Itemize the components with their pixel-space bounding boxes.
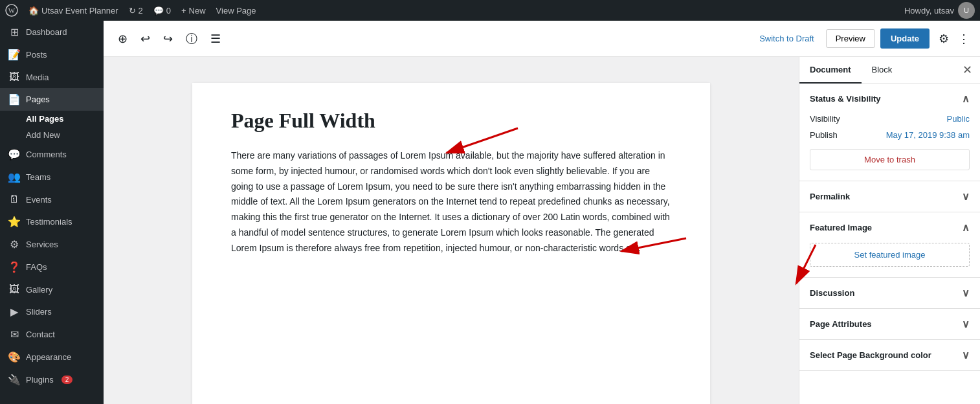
sidebar-item-plugins[interactable]: 🔌 Plugins 2 [0, 368, 104, 391]
publish-row: Publish May 17, 2019 9:38 am [810, 130, 970, 140]
page-attributes-header[interactable]: Page Attributes ∨ [799, 309, 980, 339]
sidebar-item-posts[interactable]: 📝 Posts [0, 43, 104, 66]
pages-icon: 📄 [8, 93, 21, 106]
bg-color-section: Select Page Background color ∨ [799, 340, 980, 371]
visibility-row: Visibility Public [810, 114, 970, 124]
discussion-section: Discussion ∨ [799, 278, 980, 309]
sidebar-sub-add-new[interactable]: Add New [0, 127, 104, 143]
site-name[interactable]: 🏠 Utsav Event Planner [28, 6, 118, 16]
status-visibility-header[interactable]: Status & Visibility ∧ [799, 84, 980, 114]
sidebar-item-comments[interactable]: 💬 Comments [0, 143, 104, 166]
move-to-trash-button[interactable]: Move to trash [810, 149, 970, 170]
plugins-icon: 🔌 [8, 374, 21, 386]
sidebar-sub-all-pages[interactable]: All Pages [0, 111, 104, 127]
featured-image-section: Featured Image ∧ Set featured image [799, 212, 980, 278]
status-visibility-body: Visibility Public Publish May 17, 2019 9… [799, 114, 980, 181]
faqs-icon: ❓ [8, 261, 21, 273]
sidebar-item-media[interactable]: 🖼 Media [0, 66, 104, 88]
tab-document[interactable]: Document [799, 57, 862, 84]
page-attributes-section: Page Attributes ∨ [799, 309, 980, 340]
sidebar-item-contact[interactable]: ✉ Contact [0, 323, 104, 346]
chevron-down-icon-2: ∨ [962, 287, 970, 299]
sidebar-item-gallery[interactable]: 🖼 Gallery [0, 278, 104, 300]
events-icon: 🗓 [8, 194, 21, 205]
redo-button[interactable]: ↪ [159, 28, 177, 50]
sidebar-item-label: Teams [26, 172, 50, 182]
add-block-button[interactable]: ⊕ [114, 28, 131, 50]
update-button[interactable]: Update [880, 28, 930, 49]
editor-body-wrapper: Page Full Width There are many variation… [104, 57, 980, 404]
sidebar-item-appearance[interactable]: 🎨 Appearance [0, 346, 104, 368]
sidebar-item-label: Media [26, 73, 49, 82]
layout: ⊞ Dashboard 📝 Posts 🖼 Media 📄 Pages All … [0, 21, 980, 404]
permalink-section: Permalink ∨ [799, 181, 980, 212]
sidebar-item-label: Dashboard [26, 27, 67, 37]
comments-item[interactable]: 💬 0 [153, 6, 171, 16]
sidebar-item-sliders[interactable]: ▶ Sliders [0, 300, 104, 323]
sidebar-item-label: Posts [26, 50, 47, 60]
admin-bar-right: Howdy, utsav U [904, 2, 975, 19]
panel-close-button[interactable]: ✕ [955, 58, 980, 82]
info-button[interactable]: ⓘ [182, 27, 201, 50]
sidebar-item-label: Appearance [26, 352, 71, 362]
switch-to-draft-button[interactable]: Switch to Draft [753, 30, 821, 47]
sidebar: ⊞ Dashboard 📝 Posts 🖼 Media 📄 Pages All … [0, 21, 104, 404]
comments-sidebar-icon: 💬 [8, 148, 21, 161]
view-page-item[interactable]: View Page [216, 6, 256, 16]
right-panel: Document Block ✕ Status & Visibility ∧ [799, 57, 980, 404]
posts-icon: 📝 [8, 49, 21, 61]
svg-text:W: W [8, 6, 16, 14]
sidebar-item-label: Pages [26, 95, 50, 104]
contact-icon: ✉ [8, 328, 21, 341]
appearance-icon: 🎨 [8, 351, 21, 363]
undo-icon: ↩ [140, 32, 150, 46]
bg-color-header[interactable]: Select Page Background color ∨ [799, 340, 980, 370]
plus-circle-icon: ⊕ [118, 32, 128, 46]
chevron-down-icon-3: ∨ [962, 318, 970, 330]
editor-toolbar: ⊕ ↩ ↪ ⓘ ☰ Switch to Draft Preview Update… [104, 21, 980, 57]
sidebar-item-faqs[interactable]: ❓ FAQs [0, 256, 104, 278]
set-featured-image-button[interactable]: Set featured image [810, 243, 970, 267]
revisions-item[interactable]: ↻ 2 [129, 6, 143, 16]
toolbar-right: Switch to Draft Preview Update ⚙ ⋮ [753, 28, 970, 50]
plus-icon: + [181, 6, 186, 16]
sidebar-item-label: Services [26, 240, 58, 249]
chevron-down-icon: ∨ [962, 190, 970, 203]
info-icon: ⓘ [186, 31, 197, 47]
sidebar-item-pages[interactable]: 📄 Pages [0, 88, 104, 111]
new-item[interactable]: + New [181, 6, 206, 16]
sidebar-item-events[interactable]: 🗓 Events [0, 188, 104, 210]
status-visibility-section: Status & Visibility ∧ Visibility Public … [799, 84, 980, 181]
sidebar-item-teams[interactable]: 👥 Teams [0, 166, 104, 188]
sidebar-item-services[interactable]: ⚙ Services [0, 233, 104, 256]
featured-image-header[interactable]: Featured Image ∧ [799, 212, 980, 243]
settings-button[interactable]: ⚙ [935, 28, 953, 50]
admin-bar: W 🏠 Utsav Event Planner ↻ 2 💬 0 + New Vi… [0, 0, 980, 21]
discussion-header[interactable]: Discussion ∨ [799, 278, 980, 308]
sidebar-item-testimonials[interactable]: ⭐ Testimonials [0, 210, 104, 233]
tab-block[interactable]: Block [862, 57, 903, 84]
page-editor[interactable]: Page Full Width There are many variation… [104, 57, 799, 404]
page-content-area: Page Full Width There are many variation… [192, 83, 710, 404]
media-icon: 🖼 [8, 71, 21, 83]
teams-icon: 👥 [8, 171, 21, 183]
page-body[interactable]: There are many variations of passages of… [231, 148, 671, 256]
more-options-button[interactable]: ⋮ [958, 32, 970, 46]
permalink-header[interactable]: Permalink ∨ [799, 181, 980, 212]
chevron-up-icon-2: ∧ [962, 221, 970, 234]
chevron-up-icon: ∧ [962, 93, 970, 105]
main-area: ⊕ ↩ ↪ ⓘ ☰ Switch to Draft Preview Update… [104, 21, 980, 404]
sidebar-item-label: Sliders [26, 307, 52, 317]
revisions-icon: ↻ [129, 6, 136, 16]
sliders-icon: ▶ [8, 306, 21, 318]
home-icon: 🏠 [28, 6, 39, 16]
preview-button[interactable]: Preview [826, 29, 875, 48]
page-title[interactable]: Page Full Width [231, 109, 671, 133]
avatar: U [958, 2, 975, 19]
list-view-button[interactable]: ☰ [206, 28, 225, 50]
sidebar-item-label: Contact [26, 330, 55, 339]
wp-logo[interactable]: W [5, 4, 18, 17]
sidebar-item-dashboard[interactable]: ⊞ Dashboard [0, 21, 104, 43]
comment-icon: 💬 [153, 6, 164, 16]
undo-button[interactable]: ↩ [137, 28, 154, 50]
